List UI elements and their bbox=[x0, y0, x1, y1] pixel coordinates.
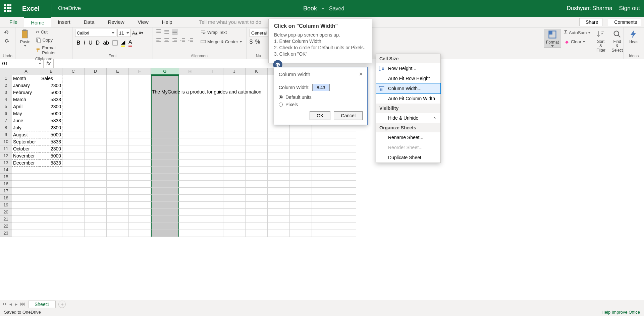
cell[interactable] bbox=[290, 216, 312, 223]
sign-out-link[interactable]: Sign out bbox=[619, 5, 640, 12]
cell[interactable] bbox=[223, 195, 246, 202]
ideas-button[interactable]: Ideas bbox=[627, 29, 640, 45]
cell[interactable] bbox=[62, 181, 85, 188]
cell[interactable] bbox=[290, 145, 312, 152]
cell[interactable] bbox=[312, 202, 334, 209]
cell[interactable] bbox=[290, 131, 312, 138]
cell[interactable] bbox=[85, 131, 107, 138]
increase-indent-icon[interactable] bbox=[188, 38, 194, 44]
cell[interactable] bbox=[179, 103, 201, 110]
cell[interactable] bbox=[334, 152, 356, 160]
user-name[interactable]: Dushyant Sharma bbox=[567, 5, 612, 12]
cell[interactable] bbox=[290, 174, 312, 181]
cell[interactable] bbox=[85, 89, 107, 96]
cell[interactable] bbox=[151, 209, 179, 216]
cell[interactable] bbox=[62, 96, 85, 103]
cell[interactable] bbox=[268, 181, 290, 188]
cell[interactable] bbox=[312, 195, 334, 202]
cell[interactable] bbox=[312, 138, 334, 145]
cell[interactable] bbox=[85, 160, 107, 167]
cell[interactable] bbox=[85, 167, 107, 174]
cell[interactable] bbox=[334, 124, 356, 131]
cell[interactable] bbox=[268, 124, 290, 131]
cell[interactable] bbox=[334, 145, 356, 152]
align-bottom-icon[interactable] bbox=[172, 29, 178, 35]
cell[interactable] bbox=[246, 195, 268, 202]
cell[interactable] bbox=[151, 160, 179, 167]
merge-center-button[interactable]: Merge & Center bbox=[199, 38, 244, 45]
cell[interactable] bbox=[201, 160, 223, 167]
cell[interactable]: Sales bbox=[40, 75, 62, 82]
cell[interactable]: 5833 bbox=[40, 117, 62, 124]
cell[interactable] bbox=[312, 145, 334, 152]
cell[interactable] bbox=[290, 181, 312, 188]
row-header[interactable]: 14 bbox=[0, 167, 12, 174]
cell[interactable] bbox=[151, 117, 179, 124]
cell[interactable] bbox=[40, 230, 62, 237]
menu-duplicate-sheet[interactable]: Duplicate Sheet bbox=[376, 152, 440, 163]
column-header[interactable]: A bbox=[12, 68, 40, 75]
cell[interactable] bbox=[12, 188, 40, 195]
cell[interactable] bbox=[290, 223, 312, 230]
cell[interactable] bbox=[268, 230, 290, 237]
cell[interactable] bbox=[201, 188, 223, 195]
cell[interactable]: November bbox=[12, 152, 40, 160]
cell[interactable]: May bbox=[12, 110, 40, 117]
cell[interactable] bbox=[201, 174, 223, 181]
fx-icon[interactable]: fx bbox=[44, 59, 54, 68]
cell[interactable] bbox=[107, 195, 129, 202]
comments-button[interactable]: Comments bbox=[608, 18, 641, 26]
cell[interactable] bbox=[129, 160, 151, 167]
cell[interactable] bbox=[12, 216, 40, 223]
cell[interactable] bbox=[85, 174, 107, 181]
app-launcher-icon[interactable] bbox=[4, 4, 12, 12]
cell[interactable] bbox=[246, 160, 268, 167]
cut-button[interactable]: ✂Cut bbox=[35, 29, 69, 35]
cell[interactable]: December bbox=[12, 160, 40, 167]
cell[interactable] bbox=[246, 117, 268, 124]
cell[interactable] bbox=[85, 82, 107, 89]
align-center-icon[interactable] bbox=[164, 38, 170, 44]
cell[interactable]: 2300 bbox=[40, 82, 62, 89]
cell[interactable]: 5000 bbox=[40, 131, 62, 138]
cell[interactable] bbox=[312, 216, 334, 223]
cell[interactable] bbox=[85, 202, 107, 209]
tab-home[interactable]: Home bbox=[24, 17, 51, 27]
cell[interactable] bbox=[62, 89, 85, 96]
cell[interactable] bbox=[62, 124, 85, 131]
row-header[interactable]: 20 bbox=[0, 209, 12, 216]
cell[interactable] bbox=[151, 167, 179, 174]
menu-reorder-sheet[interactable]: Reorder Sheet... bbox=[376, 142, 440, 152]
cell[interactable] bbox=[179, 152, 201, 160]
cell[interactable] bbox=[107, 82, 129, 89]
cell[interactable] bbox=[334, 167, 356, 174]
cell[interactable] bbox=[268, 174, 290, 181]
cell[interactable] bbox=[129, 131, 151, 138]
cell[interactable] bbox=[62, 145, 85, 152]
cell[interactable] bbox=[334, 138, 356, 145]
column-header[interactable]: F bbox=[129, 68, 151, 75]
copy-button[interactable]: Copy bbox=[35, 37, 69, 43]
cell[interactable] bbox=[312, 167, 334, 174]
cell[interactable] bbox=[85, 117, 107, 124]
cell[interactable] bbox=[223, 216, 246, 223]
document-name[interactable]: Book bbox=[303, 5, 317, 12]
row-header[interactable]: 4 bbox=[0, 96, 12, 103]
cell[interactable] bbox=[62, 174, 85, 181]
cell[interactable] bbox=[129, 110, 151, 117]
sheet-nav-prev-icon[interactable]: ◂ bbox=[9, 301, 12, 307]
cell[interactable] bbox=[107, 181, 129, 188]
tab-data[interactable]: Data bbox=[77, 17, 101, 27]
cell[interactable] bbox=[201, 181, 223, 188]
currency-button[interactable]: $ bbox=[250, 39, 253, 45]
cell[interactable] bbox=[107, 167, 129, 174]
cell[interactable] bbox=[85, 223, 107, 230]
tab-insert[interactable]: Insert bbox=[51, 17, 77, 27]
select-all-corner[interactable] bbox=[0, 68, 12, 75]
cell[interactable] bbox=[246, 230, 268, 237]
cell[interactable] bbox=[179, 82, 201, 89]
cell[interactable]: 5000 bbox=[40, 110, 62, 117]
cell[interactable] bbox=[268, 195, 290, 202]
cell[interactable]: March bbox=[12, 96, 40, 103]
cell[interactable] bbox=[223, 223, 246, 230]
